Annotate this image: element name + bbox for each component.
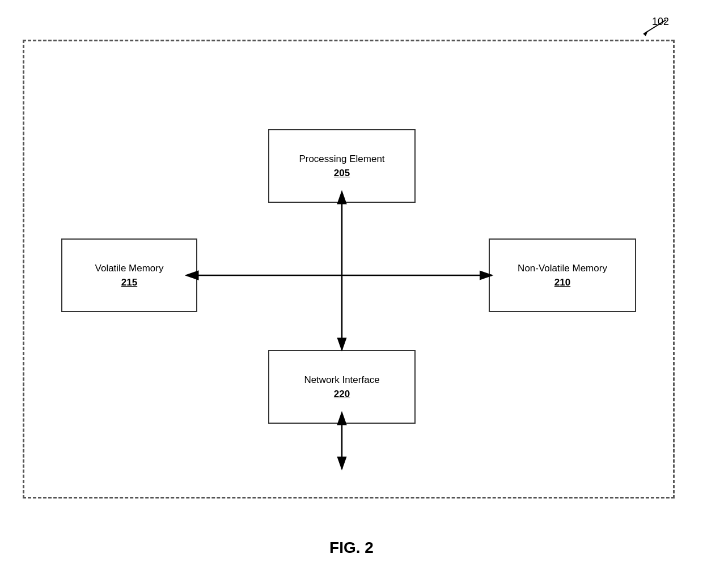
non-volatile-memory-number: 210 xyxy=(554,277,570,288)
arrow-102-svg xyxy=(638,17,672,40)
processing-element-label: Processing Element xyxy=(299,153,384,165)
network-interface-box: Network Interface 220 xyxy=(268,350,416,424)
processing-element-number: 205 xyxy=(334,168,350,179)
page-container: 102 Processing Element 205 Volatile Memo… xyxy=(0,0,703,588)
non-volatile-memory-box: Non-Volatile Memory 210 xyxy=(489,238,636,312)
network-interface-label: Network Interface xyxy=(304,374,379,386)
processing-element-box: Processing Element 205 xyxy=(268,129,416,203)
volatile-memory-label: Volatile Memory xyxy=(95,262,164,275)
volatile-memory-box: Volatile Memory 215 xyxy=(61,238,197,312)
volatile-memory-number: 215 xyxy=(121,277,137,288)
network-interface-number: 220 xyxy=(334,389,350,400)
non-volatile-memory-label: Non-Volatile Memory xyxy=(518,262,607,275)
main-diagram-box: Processing Element 205 Volatile Memory 2… xyxy=(23,40,675,498)
figure-label: FIG. 2 xyxy=(329,539,374,557)
